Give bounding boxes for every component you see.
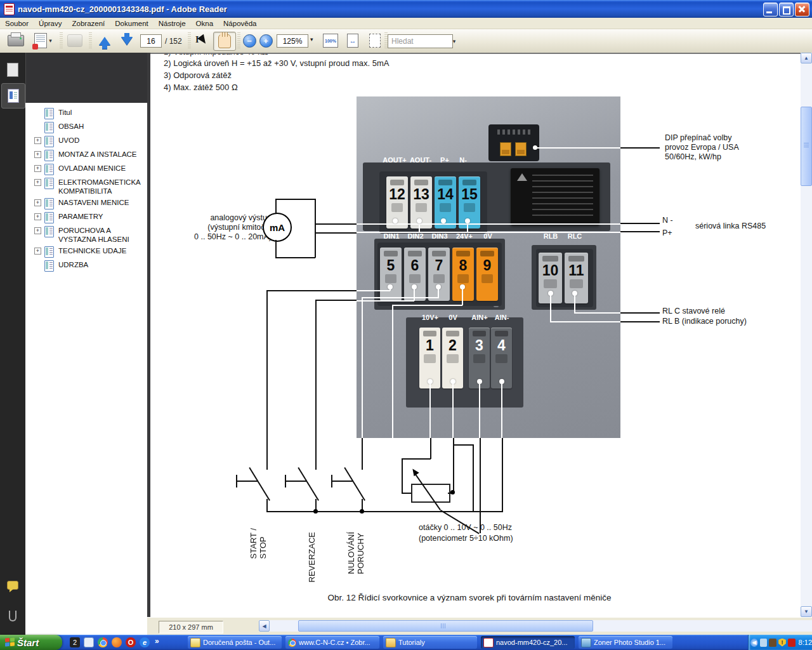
close-button[interactable]: [795, 3, 809, 17]
menu-napoveda[interactable]: Nápověda: [218, 19, 261, 28]
pot-label-1: otáčky 0 .. 10V ~ 0 .. 50Hz: [419, 523, 512, 533]
titlebar: navod-mm420-cz_2000001343348.pdf - Adobe…: [0, 0, 812, 18]
start-button[interactable]: Štart: [0, 635, 62, 650]
bookmark-item[interactable]: Titul: [25, 107, 147, 121]
chrome-icon: [288, 639, 296, 647]
bookmark-item[interactable]: UDRZBA: [25, 259, 147, 273]
pot-label-2: (potenciometr 5÷10 kOhm): [419, 534, 513, 543]
bookmark-item[interactable]: +OVLADANI MENICE: [25, 162, 147, 176]
bookmark-item[interactable]: +PARAMETRY: [25, 211, 147, 225]
figure-caption: Obr. 12 Řídicí svorkovnice a význam svor…: [266, 593, 672, 602]
security-shield-icon[interactable]: !: [778, 639, 786, 647]
menu-zobrazeni[interactable]: Zobrazení: [67, 19, 110, 28]
bookmark-item[interactable]: +TECHNICKE UDAJE: [25, 245, 147, 259]
zoom-dropdown-caret[interactable]: ▾: [310, 36, 313, 43]
quicklaunch-firefox-icon[interactable]: [112, 637, 122, 647]
bookmark-page-icon: [44, 260, 54, 272]
bookmark-item[interactable]: +PORUCHOVA A VYSTAZNA HLASENI: [25, 225, 147, 245]
zoom-out-icon: −: [243, 34, 256, 48]
adobe-tray-icon[interactable]: [788, 639, 796, 647]
next-page-button[interactable]: [117, 32, 136, 50]
quicklaunch-overflow-chevron[interactable]: »: [155, 637, 159, 646]
task-outlook[interactable]: Doručená pošta - Out...: [188, 636, 282, 649]
screen: navod-mm420-cz_2000001343348.pdf - Adobe…: [0, 0, 812, 650]
terminal-board-photo: AOUT+ AOUT- P+ N- 12 13 14 15 DIN1 DIN2 …: [357, 96, 620, 438]
task-browser[interactable]: www.C-N-C.cz • Zobr...: [285, 636, 379, 649]
terminal-label: AIN-: [495, 314, 509, 321]
leader-dot: [393, 218, 398, 223]
expand-icon[interactable]: +: [34, 165, 41, 172]
expand-icon[interactable]: +: [34, 179, 41, 186]
quicklaunch-opera-icon[interactable]: O: [126, 637, 136, 647]
search-input[interactable]: Hledat: [388, 34, 453, 48]
zoom-level-input[interactable]: 125%: [277, 34, 308, 48]
comments-panel-button[interactable]: [1, 573, 24, 597]
bookmark-item[interactable]: +MONTAZ A INSTALACE: [25, 149, 147, 162]
restore-icon: [783, 6, 790, 15]
attachments-panel-button[interactable]: [1, 604, 24, 628]
fit-width-button[interactable]: ↔: [343, 32, 362, 50]
wire-segment: [453, 444, 473, 446]
quicklaunch-card-icon[interactable]: [84, 637, 94, 647]
select-tool-button[interactable]: I: [192, 32, 211, 50]
vertical-scrollbar-thumb[interactable]: [801, 107, 812, 186]
switch-label-nulovani: NULOVÁNÍ PORUCHY: [346, 532, 365, 574]
expand-icon[interactable]: +: [34, 248, 41, 255]
quicklaunch-ie-icon[interactable]: e: [140, 637, 150, 647]
bookmarks-panel-button[interactable]: [1, 83, 25, 109]
email-button-disabled: [65, 32, 85, 50]
wire-segment: [315, 232, 357, 234]
menu-soubor[interactable]: Soubor: [0, 19, 34, 28]
bookmark-item[interactable]: OBSAH: [25, 121, 147, 135]
zoom-out-button[interactable]: −: [242, 32, 257, 50]
bookmark-item[interactable]: +ELEKTROMAGNETICKA KOMPATIBILITA: [25, 176, 147, 197]
expand-icon[interactable]: +: [34, 213, 41, 220]
taskbar: Štart 2 O e » Doručená pošta - Out... ww…: [0, 635, 812, 650]
task-zoner[interactable]: Zoner Photo Studio 1...: [579, 636, 672, 649]
wire-segment: [275, 257, 315, 258]
wire-segment: [266, 290, 357, 291]
task-adobe-reader[interactable]: navod-mm420-cz_20...: [481, 636, 575, 649]
tray-icon-app[interactable]: [760, 639, 768, 647]
create-pdf-button[interactable]: ▾: [29, 32, 57, 50]
menu-okna[interactable]: Okna: [191, 19, 219, 28]
expand-icon[interactable]: +: [34, 137, 41, 144]
expand-icon[interactable]: +: [34, 151, 41, 158]
terminal-label: RLC: [568, 232, 582, 240]
scroll-down-button[interactable]: ▼: [801, 606, 812, 617]
search-caret-icon[interactable]: ▾: [450, 34, 459, 48]
quicklaunch-app-icon[interactable]: 2: [70, 637, 80, 647]
menu-nastroje[interactable]: Nástroje: [154, 19, 191, 28]
fit-page-button[interactable]: [365, 32, 384, 50]
wire-segment: [473, 444, 474, 511]
actual-size-button[interactable]: 100%: [321, 32, 340, 50]
expand-icon[interactable]: +: [34, 227, 41, 234]
scroll-up-button[interactable]: ▲: [801, 53, 812, 63]
panel-splitter[interactable]: [147, 53, 150, 617]
scroll-left-button[interactable]: ◀: [259, 620, 270, 632]
previous-page-button[interactable]: [95, 32, 114, 50]
quicklaunch-chrome-icon[interactable]: [98, 637, 108, 647]
print-button[interactable]: [5, 32, 27, 50]
hand-tool-button[interactable]: [213, 32, 236, 51]
hide-icons-chevron[interactable]: ◀: [750, 639, 758, 647]
taskbar-clock[interactable]: 8:12: [799, 639, 812, 646]
bookmark-item[interactable]: +NASTAVENI MENICE: [25, 197, 147, 211]
terminal-label: AOUT-: [410, 156, 431, 164]
horizontal-scrollbar-thumb[interactable]: [298, 620, 593, 632]
zoom-in-button[interactable]: +: [258, 32, 273, 50]
minimize-button[interactable]: [763, 3, 778, 17]
horizontal-scrollbar[interactable]: ◀ ▶: [259, 620, 812, 632]
wire-segment: [357, 223, 620, 225]
pages-panel-button[interactable]: [1, 58, 24, 82]
tray-icon-agent[interactable]: [769, 639, 776, 647]
expand-icon[interactable]: +: [34, 199, 41, 206]
menu-dokument[interactable]: Dokument: [110, 19, 153, 28]
menu-upravy[interactable]: Úpravy: [34, 19, 67, 28]
bookmark-page-icon: [44, 198, 54, 209]
restore-button[interactable]: [779, 3, 794, 17]
vertical-scrollbar[interactable]: ▲ ▼: [801, 53, 812, 617]
page-number-input[interactable]: 16: [140, 34, 162, 48]
task-folder[interactable]: Tutorialy: [383, 636, 477, 649]
bookmark-item[interactable]: +UVOD: [25, 135, 147, 149]
